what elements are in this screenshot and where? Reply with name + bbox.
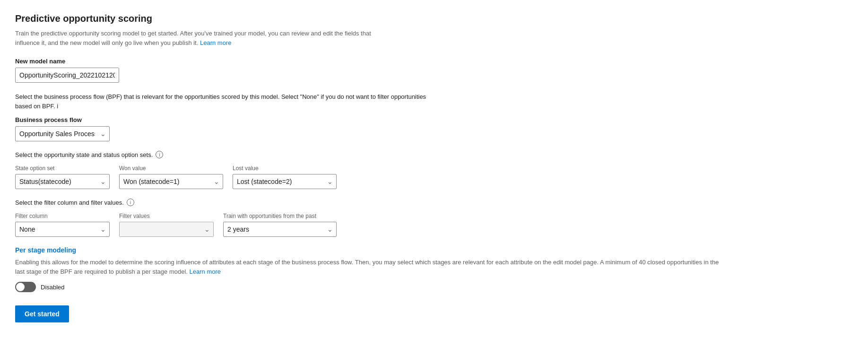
state-status-section: Select the opportunity state and status … [15,151,853,189]
learn-more-link[interactable]: Learn more [200,39,231,46]
bpf-label: Business process flow [15,116,853,123]
won-value-dropdown[interactable]: Won (statecode=1) [119,174,223,189]
model-name-label: New model name [15,58,853,65]
state-option-label: State option set [15,165,110,172]
won-value-label: Won value [119,165,223,172]
won-value-group: Won value Won (statecode=1) [119,165,223,189]
toggle-knob [16,283,25,291]
page-title: Predictive opportunity scoring [15,13,853,24]
filter-column-label: Filter column [15,213,110,219]
filter-values-label: Filter values [119,213,214,219]
state-option-group: State option set Status(statecode) [15,165,110,189]
per-stage-section: Per stage modeling Enabling this allows … [15,246,853,292]
bpf-section-text: Select the business process flow (BPF) t… [15,92,441,111]
bpf-dropdown-wrapper: Opportunity Sales Process [15,126,110,141]
state-status-dropdowns: State option set Status(statecode) Won v… [15,165,853,189]
per-stage-toggle[interactable] [15,282,36,292]
filter-column-group: Filter column None [15,213,110,237]
bpf-dropdown[interactable]: Opportunity Sales Process [15,126,110,141]
per-stage-title: Per stage modeling [15,246,853,254]
per-stage-learn-more-link[interactable]: Learn more [190,268,221,275]
toggle-label: Disabled [41,284,65,291]
lost-value-dropdown[interactable]: Lost (statecode=2) [233,174,337,189]
filter-values-group: Filter values [119,213,214,237]
lost-value-label: Lost value [233,165,337,172]
description-text: Train the predictive opportunity scoring… [15,30,371,46]
model-name-input[interactable] [15,68,119,83]
filter-column-dropdown[interactable]: None [15,222,110,237]
per-stage-description: Enabling this allows for the model to de… [15,258,724,276]
filter-values-dropdown[interactable] [119,222,214,237]
toggle-row: Disabled [15,282,853,292]
get-started-button[interactable]: Get started [15,305,69,322]
page-description: Train the predictive opportunity scoring… [15,29,384,47]
filter-section: Select the filter column and filter valu… [15,199,853,237]
state-option-dropdown[interactable]: Status(statecode) [15,174,110,189]
lost-value-group: Lost value Lost (statecode=2) [233,165,337,189]
bpf-section: Select the business process flow (BPF) t… [15,92,853,141]
filter-info-icon[interactable]: i [127,199,134,206]
model-name-section: New model name [15,58,853,83]
bpf-info-icon[interactable]: i [57,103,58,110]
state-status-heading: Select the opportunity state and status … [15,151,853,158]
state-status-info-icon[interactable]: i [156,151,163,158]
train-past-dropdown[interactable]: 1 year 2 years 3 years 5 years [223,222,337,237]
filter-section-heading: Select the filter column and filter valu… [15,199,853,206]
train-past-label: Train with opportunities from the past [223,213,337,219]
train-past-group: Train with opportunities from the past 1… [223,213,337,237]
filter-dropdowns: Filter column None Filter values Train w… [15,213,853,237]
